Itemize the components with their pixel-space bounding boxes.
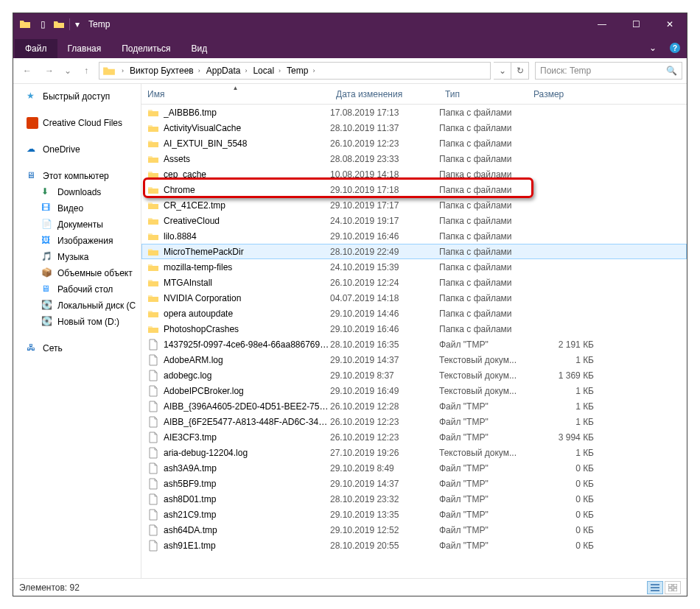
file-row[interactable]: 1437925f-0997-4ce6-98e4-66aa886769de...2… — [141, 337, 687, 352]
file-row[interactable]: Chrome29.10.2019 17:18Папка с файлами — [141, 182, 687, 197]
sidebar-item-disk[interactable]: 💽Новый том (D:) — [13, 314, 141, 330]
refresh-button[interactable]: ↻ — [511, 62, 529, 80]
file-date: 29.10.2019 13:35 — [330, 510, 439, 520]
maximize-button[interactable]: ☐ — [619, 13, 653, 35]
address-dropdown-button[interactable]: ⌄ — [494, 62, 511, 80]
file-row[interactable]: ash21C9.tmp29.10.2019 13:35Файл "TMP"0 К… — [141, 507, 687, 522]
file-row[interactable]: lilo.888429.10.2019 16:46Папка с файлами — [141, 228, 687, 244]
file-name: AdobeIPCBroker.log — [164, 386, 330, 396]
file-row[interactable]: AIBB_{6F2E5477-A813-448F-AD6C-34FB7...26… — [141, 414, 687, 429]
search-icon: 🔍 — [666, 66, 677, 76]
file-icon — [147, 462, 159, 474]
file-row[interactable]: CR_41CE2.tmp29.10.2019 17:17Папка с файл… — [141, 197, 687, 213]
file-size: 0 КБ — [542, 541, 594, 551]
breadcrumb-item[interactable]: Temp› — [287, 66, 319, 76]
file-list[interactable]: _AIBBB6.tmp17.08.2019 17:13Папка с файла… — [141, 105, 687, 578]
column-header-name[interactable]: Имя ▲ — [141, 84, 330, 104]
file-size: 2 191 КБ — [542, 339, 594, 350]
qat-dropdown-icon[interactable]: ▾ — [69, 18, 81, 30]
file-size: 1 КБ — [542, 401, 594, 412]
sidebar-item-video[interactable]: 🎞Видео — [13, 200, 141, 217]
file-row[interactable]: cep_cache10.08.2019 14:18Папка с файлами — [141, 166, 687, 182]
ribbon-tab-main[interactable]: Главная — [57, 39, 112, 58]
file-row[interactable]: CreativeCloud24.10.2019 19:17Папка с фай… — [141, 213, 687, 228]
sidebar-quick-access[interactable]: ★ Быстрый доступ — [13, 88, 141, 105]
navigation-pane[interactable]: ★ Быстрый доступ Creative Cloud Files ☁ … — [13, 84, 141, 578]
folder-icon — [147, 138, 159, 149]
desktop-icon: 🖥 — [41, 284, 53, 295]
nav-up-button[interactable]: ↑ — [77, 61, 96, 80]
folder-path-icon — [102, 64, 116, 77]
file-row[interactable]: MicroThemePackDir28.10.2019 22:49Папка с… — [141, 244, 687, 259]
search-input[interactable]: Поиск: Temp 🔍 — [535, 62, 682, 80]
column-header-size[interactable]: Размер — [528, 84, 609, 104]
sidebar-onedrive[interactable]: ☁ OneDrive — [13, 141, 141, 158]
svg-rect-3 — [673, 588, 677, 591]
sidebar-item-downloads[interactable]: ⬇Downloads — [13, 184, 141, 200]
breadcrumb-item[interactable]: AppData› — [206, 66, 252, 76]
view-details-button[interactable] — [647, 581, 663, 594]
view-icons-button[interactable] — [665, 581, 681, 594]
sidebar-this-pc[interactable]: 🖥 Этот компьютер — [13, 168, 141, 184]
file-date: 28.10.2019 20:55 — [330, 541, 439, 551]
file-icon — [147, 416, 159, 428]
sidebar-item-disk[interactable]: 💽Локальный диск (C — [13, 298, 141, 314]
qat-properties-icon[interactable]: ▯ — [37, 18, 49, 30]
file-row[interactable]: Assets28.08.2019 23:33Папка с файлами — [141, 151, 687, 166]
sidebar-network[interactable]: 🖧 Сеть — [13, 340, 141, 356]
column-header-type[interactable]: Тип — [439, 84, 528, 104]
sidebar-item-pictures[interactable]: 🖼Изображения — [13, 233, 141, 249]
breadcrumb-bar[interactable]: › Виктор Бухтеев› AppData› Local› Temp› — [99, 62, 491, 80]
file-name: PhotoshopCrashes — [164, 324, 330, 334]
qat-newfolder-icon[interactable] — [53, 18, 65, 30]
file-row[interactable]: ash3A9A.tmp29.10.2019 8:49Файл "TMP"0 КБ — [141, 460, 687, 476]
file-type: Файл "TMP" — [439, 401, 542, 412]
nav-back-button[interactable]: ← — [18, 61, 37, 80]
file-row[interactable]: PhotoshopCrashes29.10.2019 16:46Папка с … — [141, 321, 687, 337]
file-row[interactable]: ActivityVisualCache28.10.2019 11:37Папка… — [141, 120, 687, 135]
file-row[interactable]: MTGAInstall26.10.2019 12:24Папка с файла… — [141, 275, 687, 290]
close-button[interactable]: ✕ — [653, 13, 687, 35]
file-row[interactable]: AI_EXTUI_BIN_554826.10.2019 12:23Папка с… — [141, 135, 687, 151]
file-date: 26.10.2019 12:24 — [330, 278, 439, 288]
sidebar-item-music[interactable]: 🎵Музыка — [13, 249, 141, 265]
help-icon[interactable]: ? — [668, 41, 682, 55]
file-row[interactable]: ash5BF9.tmp29.10.2019 14:37Файл "TMP"0 К… — [141, 476, 687, 491]
file-row[interactable]: ash64DA.tmp29.10.2019 12:52Файл "TMP"0 К… — [141, 522, 687, 538]
ribbon-tab-view[interactable]: Вид — [181, 39, 217, 58]
file-row[interactable]: ash91E1.tmp28.10.2019 20:55Файл "TMP"0 К… — [141, 538, 687, 553]
file-type: Файл "TMP" — [439, 525, 542, 535]
file-row[interactable]: AdobeARM.log29.10.2019 14:37Текстовый до… — [141, 352, 687, 367]
file-date: 28.10.2019 23:32 — [330, 494, 439, 504]
search-placeholder: Поиск: Temp — [540, 66, 591, 76]
sidebar-item-docs[interactable]: 📄Документы — [13, 217, 141, 233]
breadcrumb-item[interactable]: Local› — [253, 66, 285, 76]
file-name: MTGAInstall — [164, 278, 330, 288]
sidebar-cc-files[interactable]: Creative Cloud Files — [13, 115, 141, 131]
file-row[interactable]: opera autoupdate29.10.2019 14:46Папка с … — [141, 306, 687, 321]
file-row[interactable]: aria-debug-12204.log27.10.2019 19:26Текс… — [141, 445, 687, 460]
file-row[interactable]: _AIBBB6.tmp17.08.2019 17:13Папка с файла… — [141, 105, 687, 120]
file-date: 29.10.2019 16:49 — [330, 386, 439, 396]
ribbon-collapse-icon[interactable]: ⌄ — [645, 41, 660, 55]
breadcrumb-item[interactable]: Виктор Бухтеев› — [130, 66, 205, 76]
nav-recent-button[interactable]: ⌄ — [62, 61, 74, 80]
ribbon-file-tab[interactable]: Файл — [15, 39, 57, 58]
column-header-date[interactable]: Дата изменения — [330, 84, 439, 104]
file-name: ash64DA.tmp — [164, 525, 330, 535]
sidebar-item-objects[interactable]: 📦Объемные объект — [13, 265, 141, 281]
nav-forward-button[interactable]: → — [40, 61, 59, 80]
file-row[interactable]: mozilla-temp-files24.10.2019 15:39Папка … — [141, 259, 687, 275]
file-row[interactable]: AIBB_{396A4605-2DE0-4D51-BEE2-7565EF...2… — [141, 398, 687, 414]
sidebar-item-desktop[interactable]: 🖥Рабочий стол — [13, 281, 141, 298]
minimize-button[interactable]: — — [585, 13, 619, 35]
titlebar: ▯ ▾ Temp — ☐ ✕ — [13, 13, 687, 35]
creative-cloud-icon — [27, 117, 38, 129]
file-row[interactable]: AIE3CF3.tmp26.10.2019 12:23Файл "TMP"3 9… — [141, 429, 687, 445]
ribbon-tab-share[interactable]: Поделиться — [111, 39, 181, 58]
file-row[interactable]: ash8D01.tmp28.10.2019 23:32Файл "TMP"0 К… — [141, 491, 687, 507]
file-row[interactable]: adobegc.log29.10.2019 8:37Текстовый доку… — [141, 367, 687, 383]
file-row[interactable]: AdobeIPCBroker.log29.10.2019 16:49Тексто… — [141, 383, 687, 398]
folder-icon — [147, 292, 159, 304]
file-row[interactable]: NVIDIA Corporation04.07.2019 14:18Папка … — [141, 290, 687, 306]
